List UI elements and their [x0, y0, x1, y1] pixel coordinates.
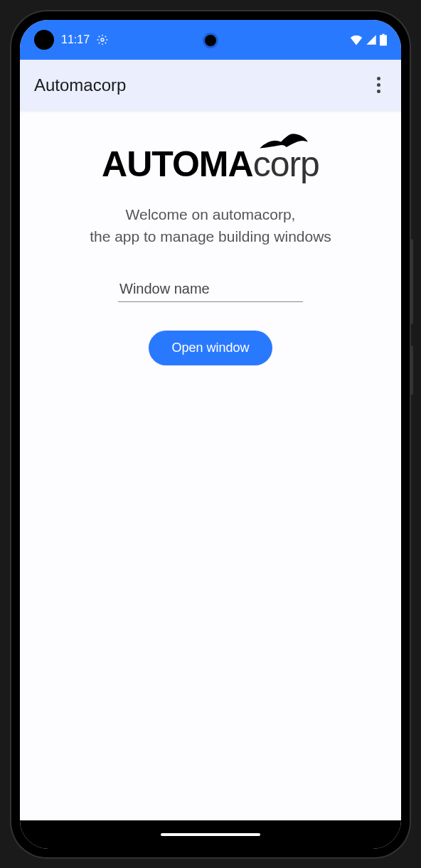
status-right [350, 33, 387, 46]
overflow-menu-icon[interactable] [370, 77, 387, 94]
main-content: AUTOMAcorp Welcome on automacorp, the ap… [20, 111, 401, 365]
window-name-input[interactable] [118, 277, 303, 302]
welcome-line-2: the app to manage building windows [90, 225, 331, 248]
avatar-circle [34, 30, 54, 50]
welcome-text: Welcome on automacorp, the app to manage… [90, 203, 331, 248]
app-title: Automacorp [34, 75, 126, 95]
status-time: 11:17 [61, 33, 90, 46]
wifi-icon [350, 34, 363, 45]
gear-icon [97, 34, 108, 45]
nav-handle[interactable] [161, 833, 260, 836]
logo-bold-text: AUTOMA [102, 144, 253, 184]
svg-rect-2 [382, 33, 384, 35]
open-window-button[interactable]: Open window [149, 331, 272, 365]
status-left: 11:17 [34, 30, 108, 50]
bird-icon [255, 132, 312, 154]
app-logo: AUTOMAcorp [102, 146, 319, 182]
svg-point-0 [101, 38, 104, 41]
svg-rect-1 [380, 35, 387, 45]
welcome-line-1: Welcome on automacorp, [90, 203, 331, 226]
app-bar: Automacorp [20, 60, 401, 111]
power-button [410, 345, 413, 395]
signal-icon [366, 34, 377, 45]
navigation-bar [20, 820, 401, 849]
screen: 11:17 Automacorp [20, 20, 401, 849]
battery-icon [380, 33, 387, 46]
camera-notch [203, 33, 218, 48]
phone-frame: 11:17 Automacorp [11, 11, 410, 857]
volume-buttons [410, 239, 413, 324]
input-wrapper [118, 277, 303, 302]
